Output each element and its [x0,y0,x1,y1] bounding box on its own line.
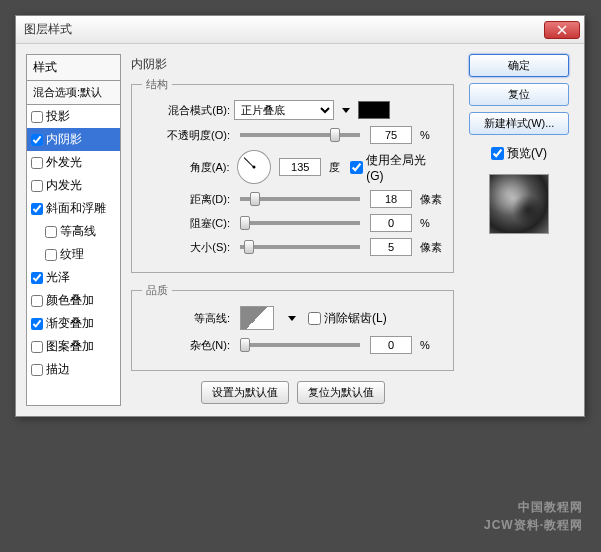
style-item[interactable]: 渐变叠加 [27,312,120,335]
angle-input[interactable] [279,158,321,176]
noise-slider[interactable] [240,343,360,347]
blend-mode-select[interactable]: 正片叠底 [234,100,334,120]
preview-checkbox[interactable]: 预览(V) [491,145,547,162]
style-checkbox[interactable] [31,272,43,284]
opacity-unit: % [420,129,430,141]
close-icon [557,25,567,35]
style-item[interactable]: 外发光 [27,151,120,174]
structure-group: 结构 混合模式(B): 正片叠底 不透明度(O): % 角度(A): [131,77,454,273]
style-checkbox[interactable] [31,203,43,215]
quality-group: 品质 等高线: 消除锯齿(L) 杂色(N): % [131,283,454,371]
style-item[interactable]: 图案叠加 [27,335,120,358]
style-item[interactable]: 描边 [27,358,120,381]
titlebar[interactable]: 图层样式 [16,16,584,44]
style-checkbox[interactable] [45,226,57,238]
size-unit: 像素 [420,240,442,255]
style-checkbox[interactable] [31,318,43,330]
new-style-button[interactable]: 新建样式(W)... [469,112,569,135]
style-label: 投影 [46,108,70,125]
style-item[interactable]: 斜面和浮雕 [27,197,120,220]
structure-legend: 结构 [142,77,172,92]
style-label: 图案叠加 [46,338,94,355]
opacity-input[interactable] [370,126,412,144]
layer-style-dialog: 图层样式 样式 混合选项:默认 投影内阴影外发光内发光斜面和浮雕等高线纹理光泽颜… [15,15,585,417]
style-item[interactable]: 内发光 [27,174,120,197]
angle-label: 角度(A): [142,160,229,175]
style-checkbox[interactable] [31,111,43,123]
size-label: 大小(S): [142,240,230,255]
style-label: 光泽 [46,269,70,286]
ok-button[interactable]: 确定 [469,54,569,77]
size-input[interactable] [370,238,412,256]
style-label: 描边 [46,361,70,378]
style-label: 颜色叠加 [46,292,94,309]
action-panel: 确定 复位 新建样式(W)... 预览(V) [464,54,574,406]
preview-swatch [489,174,549,234]
style-label: 渐变叠加 [46,315,94,332]
style-label: 等高线 [60,223,96,240]
style-label: 外发光 [46,154,82,171]
style-label: 内发光 [46,177,82,194]
style-item[interactable]: 内阴影 [27,128,120,151]
quality-legend: 品质 [142,283,172,298]
blend-options-header[interactable]: 混合选项:默认 [27,81,120,105]
style-checkbox[interactable] [31,364,43,376]
noise-unit: % [420,339,430,351]
reset-button[interactable]: 复位 [469,83,569,106]
style-checkbox[interactable] [31,180,43,192]
choke-unit: % [420,217,430,229]
distance-unit: 像素 [420,192,442,207]
effect-settings-panel: 内阴影 结构 混合模式(B): 正片叠底 不透明度(O): % 角度(A): [129,54,456,406]
choke-slider[interactable] [240,221,360,225]
angle-unit: 度 [329,160,340,175]
dialog-body: 样式 混合选项:默认 投影内阴影外发光内发光斜面和浮雕等高线纹理光泽颜色叠加渐变… [16,44,584,416]
style-checkbox[interactable] [31,341,43,353]
style-checkbox[interactable] [31,134,43,146]
style-item[interactable]: 等高线 [27,220,120,243]
dropdown-icon [342,108,350,113]
contour-label: 等高线: [142,311,230,326]
close-button[interactable] [544,21,580,39]
antialias-checkbox[interactable]: 消除锯齿(L) [308,310,387,327]
contour-picker[interactable] [240,306,274,330]
window-title: 图层样式 [24,21,72,38]
dropdown-icon[interactable] [288,316,296,321]
styles-list: 样式 混合选项:默认 投影内阴影外发光内发光斜面和浮雕等高线纹理光泽颜色叠加渐变… [26,54,121,406]
angle-dial[interactable] [237,150,271,184]
styles-header[interactable]: 样式 [27,55,120,81]
opacity-label: 不透明度(O): [142,128,230,143]
distance-label: 距离(D): [142,192,230,207]
make-default-button[interactable]: 设置为默认值 [201,381,289,404]
global-light-checkbox[interactable]: 使用全局光(G) [350,152,443,183]
choke-input[interactable] [370,214,412,232]
shadow-color-swatch[interactable] [358,101,390,119]
style-item[interactable]: 颜色叠加 [27,289,120,312]
distance-slider[interactable] [240,197,360,201]
blend-mode-label: 混合模式(B): [142,103,230,118]
style-label: 纹理 [60,246,84,263]
distance-input[interactable] [370,190,412,208]
style-item[interactable]: 投影 [27,105,120,128]
effect-title: 内阴影 [131,56,454,73]
reset-default-button[interactable]: 复位为默认值 [297,381,385,404]
style-checkbox[interactable] [45,249,57,261]
style-item[interactable]: 光泽 [27,266,120,289]
opacity-slider[interactable] [240,133,360,137]
style-label: 内阴影 [46,131,82,148]
style-checkbox[interactable] [31,295,43,307]
style-checkbox[interactable] [31,157,43,169]
style-item[interactable]: 纹理 [27,243,120,266]
noise-label: 杂色(N): [142,338,230,353]
size-slider[interactable] [240,245,360,249]
choke-label: 阻塞(C): [142,216,230,231]
style-label: 斜面和浮雕 [46,200,106,217]
noise-input[interactable] [370,336,412,354]
